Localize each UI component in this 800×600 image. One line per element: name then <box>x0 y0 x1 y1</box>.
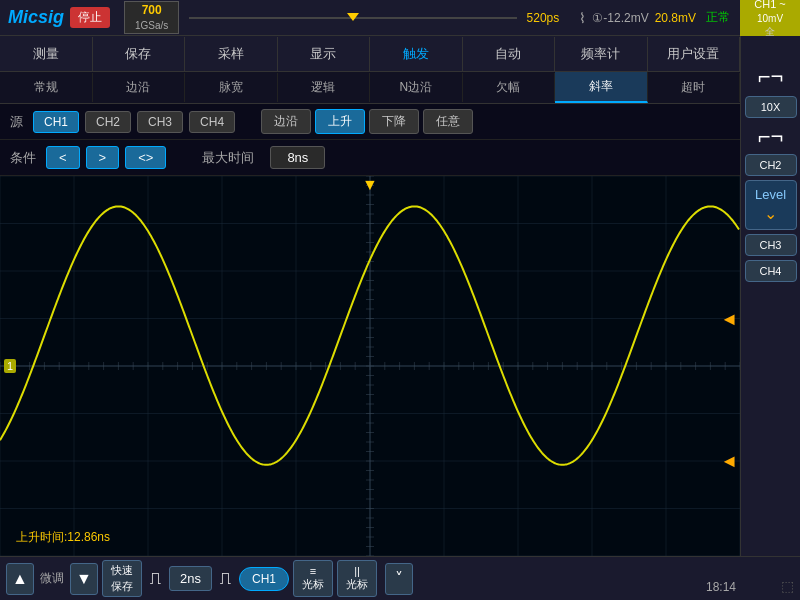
timebase-marker <box>347 13 359 21</box>
timebase-bar: 520ps <box>179 11 569 25</box>
logo-text: Micsig <box>8 7 64 28</box>
quick-save-button[interactable]: 快速保存 <box>102 560 142 597</box>
source-ch2-button[interactable]: CH2 <box>85 111 131 133</box>
sample-rate-value: 700 <box>142 3 162 19</box>
trigger-info: ⌇ ①-12.2mV 20.8mV <box>579 10 696 26</box>
sample-rate-unit: 1GSa/s <box>135 19 168 32</box>
ch4-button[interactable]: CH4 <box>745 260 797 282</box>
cursor2-label: 光标 <box>346 578 368 590</box>
trigger-position-marker: ▼ <box>362 176 378 194</box>
stop-button[interactable]: 停止 <box>70 7 110 28</box>
edge-button[interactable]: 边沿 <box>261 109 311 134</box>
sub-item-under[interactable]: 欠幅 <box>463 73 556 102</box>
top-bar: Micsig 停止 700 1GSa/s 520ps ⌇ ①-12.2mV 20… <box>0 0 800 36</box>
rise-button[interactable]: 上升 <box>315 109 365 134</box>
trigger-level-arrow: ◄ <box>720 309 738 330</box>
menu-item-user[interactable]: 用户设置 <box>648 37 741 71</box>
menu-item-save[interactable]: 保存 <box>93 37 186 71</box>
fall-button[interactable]: 下降 <box>369 109 419 134</box>
sub-item-logic[interactable]: 逻辑 <box>278 73 371 102</box>
cond-greater-button[interactable]: > <box>86 146 120 169</box>
sub-menu: 常规 边沿 脉宽 逻辑 N边沿 欠幅 斜率 超时 <box>0 72 740 104</box>
ch3-label: CH3 <box>759 239 781 251</box>
source-ch4-button[interactable]: CH4 <box>189 111 235 133</box>
status-indicator: 正常 <box>696 9 740 26</box>
monitor-icon: ⬚ <box>781 578 794 594</box>
level-button[interactable]: Level ⌄ <box>745 180 797 230</box>
main-menu: 测量 保存 采样 显示 触发 自动 频率计 用户设置 <box>0 36 740 72</box>
quick-save-label: 快速保存 <box>111 564 133 591</box>
edge-group: 边沿 上升 下降 任意 <box>261 109 473 134</box>
cursor2-button[interactable]: || 光标 <box>337 560 377 597</box>
menu-item-trigger[interactable]: 触发 <box>370 37 463 71</box>
menu-item-freq[interactable]: 频率计 <box>555 37 648 71</box>
timebase-display: 520ps <box>527 11 560 25</box>
sub-item-nedge[interactable]: N边沿 <box>370 73 463 102</box>
scale-10x-label: 10X <box>761 101 781 113</box>
ch1-waveform-marker: 1 <box>4 359 16 373</box>
trigger-voltage2: 20.8mV <box>655 11 696 25</box>
time-display: 18:14 <box>706 580 736 594</box>
bottom-bar: ▲ 微调 ▼ 快速保存 ⎍ 2ns ⎍ CH1 ≡ 光标 || 光标 ˅ 18:… <box>0 556 800 600</box>
sub-item-overtime[interactable]: 超时 <box>648 73 741 102</box>
condition-row: 条件 < > <> 最大时间 8ns <box>0 140 740 176</box>
max-time-label: 最大时间 <box>202 149 254 167</box>
waveform-canvas <box>0 176 740 556</box>
any-button[interactable]: 任意 <box>423 109 473 134</box>
cond-between-button[interactable]: <> <box>125 146 166 169</box>
sub-item-pulse[interactable]: 脉宽 <box>185 73 278 102</box>
ch1-label: CH1 ~ <box>754 0 786 12</box>
trigger-level-arrow2: ◄ <box>720 451 738 472</box>
ch1-bottom-button[interactable]: CH1 <box>239 567 289 591</box>
menu-item-sample[interactable]: 采样 <box>185 37 278 71</box>
wave-icon-up[interactable]: ⌐¬ <box>758 64 784 90</box>
rise-time-label: 上升时间:12.86ns <box>16 529 110 546</box>
source-label: 源 <box>10 113 23 131</box>
menu-item-display[interactable]: 显示 <box>278 37 371 71</box>
trigger-icon: ⌇ <box>579 10 586 26</box>
timebase-line <box>189 17 516 19</box>
menu-item-measure[interactable]: 测量 <box>0 37 93 71</box>
sub-item-edge[interactable]: 边沿 <box>93 73 186 102</box>
sub-item-slope[interactable]: 斜率 <box>555 72 648 103</box>
cursor2-icon: || <box>354 565 360 577</box>
scope-screen: 1 上升时间:12.86ns ▼ ◄ ◄ <box>0 176 740 556</box>
sample-rate-box: 700 1GSa/s <box>124 1 179 34</box>
trigger-voltage1: ①-12.2mV <box>592 11 648 25</box>
up-arrow-button[interactable]: ▲ <box>6 563 34 595</box>
condition-label: 条件 <box>10 149 36 167</box>
fine-adjust-label: 微调 <box>36 570 68 587</box>
ch4-label: CH4 <box>759 265 781 277</box>
square-wave-icon2[interactable]: ⎍ <box>216 568 235 589</box>
source-row: 源 CH1 CH2 CH3 CH4 边沿 上升 下降 任意 <box>0 104 740 140</box>
cursor1-icon: ≡ <box>310 565 316 577</box>
ch3-button[interactable]: CH3 <box>745 234 797 256</box>
fine-adjust-group: ▲ 微调 ▼ <box>6 563 98 595</box>
right-panel: ⌐¬ 10X ⌐¬ CH2 Level ⌄ CH3 CH4 <box>740 36 800 556</box>
menu-item-auto[interactable]: 自动 <box>463 37 556 71</box>
source-ch3-button[interactable]: CH3 <box>137 111 183 133</box>
level-down-icon: ⌄ <box>748 204 794 223</box>
scale-10x-button[interactable]: 10X <box>745 96 797 118</box>
cursor1-button[interactable]: ≡ 光标 <box>293 560 333 597</box>
ch2-label: CH2 <box>759 159 781 171</box>
sub-item-normal[interactable]: 常规 <box>0 73 93 102</box>
cond-less-button[interactable]: < <box>46 146 80 169</box>
down-arrow-button[interactable]: ▼ <box>70 563 98 595</box>
timebase-bottom-display[interactable]: 2ns <box>169 566 212 591</box>
source-ch1-button[interactable]: CH1 <box>33 111 79 133</box>
wave-icon-down[interactable]: ⌐¬ <box>758 124 784 150</box>
square-wave-icon1[interactable]: ⎍ <box>146 568 165 589</box>
ch1-scale: 10mV <box>757 12 783 25</box>
dropdown-button[interactable]: ˅ <box>385 563 413 595</box>
level-label: Level <box>755 187 786 202</box>
time-value: 8ns <box>270 146 325 169</box>
ch1-indicator: CH1 ~ 10mV 全 <box>740 0 800 40</box>
logo-area: Micsig 停止 <box>0 7 120 28</box>
ch2-button[interactable]: CH2 <box>745 154 797 176</box>
cursor1-label: 光标 <box>302 578 324 590</box>
